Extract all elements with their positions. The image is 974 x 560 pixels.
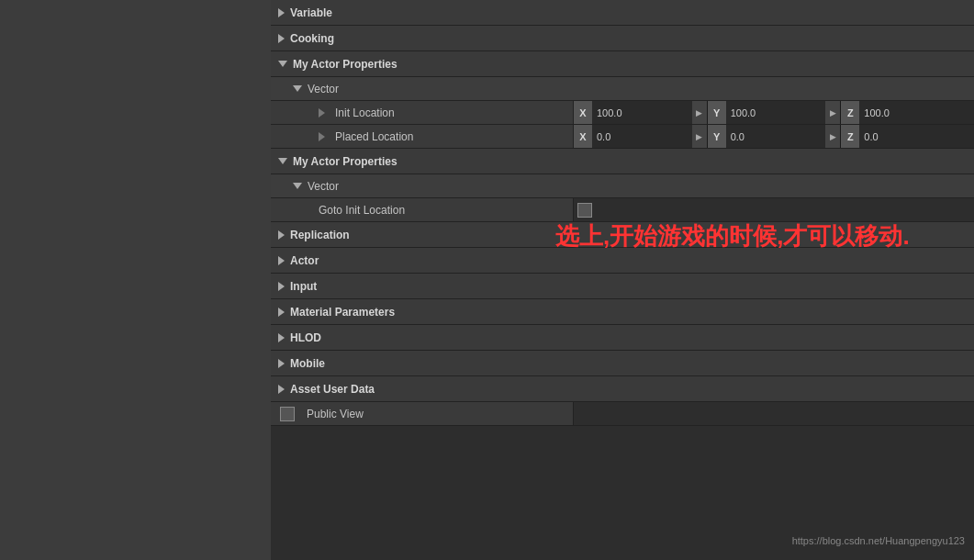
goto-init-checkbox[interactable] [577, 203, 592, 218]
placed-x-expand[interactable]: ▶ [692, 125, 707, 148]
asset-user-data-arrow [278, 385, 285, 394]
row-public-view: Public View [271, 402, 974, 426]
vector2-label: Vector [308, 180, 339, 193]
asset-user-data-label: Asset User Data [290, 383, 375, 396]
goto-init-label: Goto Init Location [271, 198, 574, 221]
init-y-expand[interactable]: ▶ [825, 101, 840, 124]
init-x-expand[interactable]: ▶ [692, 101, 707, 124]
goto-init-text: Goto Init Location [319, 204, 405, 217]
init-z-value: 100.0 [859, 101, 974, 124]
init-location-fields: X 100.0 ▶ Y 100.0 ▶ Z 100.0 [574, 101, 974, 124]
placed-z-label: Z [841, 125, 859, 148]
subsection-vector-2[interactable]: Vector [271, 174, 974, 198]
init-y-label: Y [708, 101, 726, 124]
section-my-actor-properties-2[interactable]: My Actor Properties [271, 149, 974, 174]
placed-location-label: Placed Location [271, 125, 574, 148]
placed-z-field[interactable]: Z 0.0 [841, 125, 974, 148]
map-label-1: My Actor Properties [293, 58, 397, 71]
section-input[interactable]: Input [271, 274, 974, 299]
section-hlod[interactable]: HLOD [271, 325, 974, 351]
init-y-field[interactable]: Y 100.0 ▶ [708, 101, 842, 124]
init-location-label: Init Location [271, 101, 574, 124]
replication-arrow [278, 230, 285, 240]
hlod-arrow [278, 333, 285, 342]
section-variable[interactable]: Variable [271, 0, 974, 26]
section-material-params[interactable]: Material Parameters [271, 299, 974, 325]
row-goto-init-location: Goto Init Location [271, 198, 974, 222]
section-my-actor-properties-1[interactable]: My Actor Properties [271, 51, 974, 77]
vector2-arrow [293, 183, 302, 189]
init-z-field[interactable]: Z 100.0 [841, 101, 974, 124]
cooking-arrow [278, 34, 285, 43]
map-arrow-1 [278, 61, 287, 67]
init-location-text: Init Location [335, 106, 395, 119]
placed-y-label: Y [708, 125, 726, 148]
init-x-value: 100.0 [592, 101, 692, 124]
variable-label: Variable [290, 6, 332, 19]
init-x-field[interactable]: X 100.0 ▶ [574, 101, 708, 124]
row-placed-location: Placed Location X 0.0 ▶ Y 0.0 ▶ Z 0.0 [271, 125, 974, 149]
input-arrow [278, 282, 285, 291]
placed-y-value: 0.0 [726, 125, 826, 148]
public-view-label-cell: Public View [271, 402, 574, 425]
public-view-value [574, 402, 974, 425]
placed-y-field[interactable]: Y 0.0 ▶ [708, 125, 842, 148]
init-x-label: X [574, 101, 592, 124]
mobile-arrow [278, 359, 285, 368]
input-label: Input [290, 280, 317, 293]
placed-location-fields: X 0.0 ▶ Y 0.0 ▶ Z 0.0 [574, 125, 974, 148]
actor-label: Actor [290, 254, 319, 267]
placed-x-field[interactable]: X 0.0 ▶ [574, 125, 708, 148]
init-y-value: 100.0 [726, 101, 826, 124]
placed-y-expand[interactable]: ▶ [825, 125, 840, 148]
cooking-label: Cooking [290, 32, 334, 45]
placed-location-arrow [319, 132, 325, 141]
section-actor[interactable]: Actor [271, 248, 974, 274]
vector1-arrow [293, 85, 302, 92]
property-list: Variable Cooking My Actor Properties Vec… [271, 0, 974, 560]
material-params-label: Material Parameters [290, 306, 395, 319]
row-init-location: Init Location X 100.0 ▶ Y 100.0 ▶ Z 100.… [271, 101, 974, 125]
placed-x-label: X [574, 125, 592, 148]
init-location-arrow [319, 108, 325, 118]
vector1-label: Vector [308, 83, 339, 95]
goto-init-value [574, 198, 974, 221]
subsection-vector-1[interactable]: Vector [271, 77, 974, 101]
section-replication[interactable]: Replication [271, 222, 974, 248]
section-mobile[interactable]: Mobile [271, 351, 974, 376]
variable-arrow [278, 8, 285, 17]
replication-label: Replication [290, 229, 350, 241]
placed-x-value: 0.0 [592, 125, 692, 148]
placed-z-value: 0.0 [859, 125, 974, 148]
mobile-label: Mobile [290, 357, 325, 370]
public-view-checkbox[interactable] [280, 407, 295, 421]
actor-arrow [278, 256, 285, 265]
left-panel [0, 0, 271, 560]
main-content: 选上,开始游戏的时候,才可以移动. https://blog.csdn.net/… [271, 0, 974, 560]
material-params-arrow [278, 308, 285, 317]
hlod-label: HLOD [290, 331, 321, 344]
map-arrow-2 [278, 158, 287, 164]
section-cooking[interactable]: Cooking [271, 26, 974, 51]
placed-location-text: Placed Location [335, 130, 413, 143]
init-z-label: Z [841, 101, 859, 124]
section-asset-user-data[interactable]: Asset User Data [271, 376, 974, 402]
map-label-2: My Actor Properties [293, 155, 397, 168]
public-view-text: Public View [307, 408, 364, 420]
